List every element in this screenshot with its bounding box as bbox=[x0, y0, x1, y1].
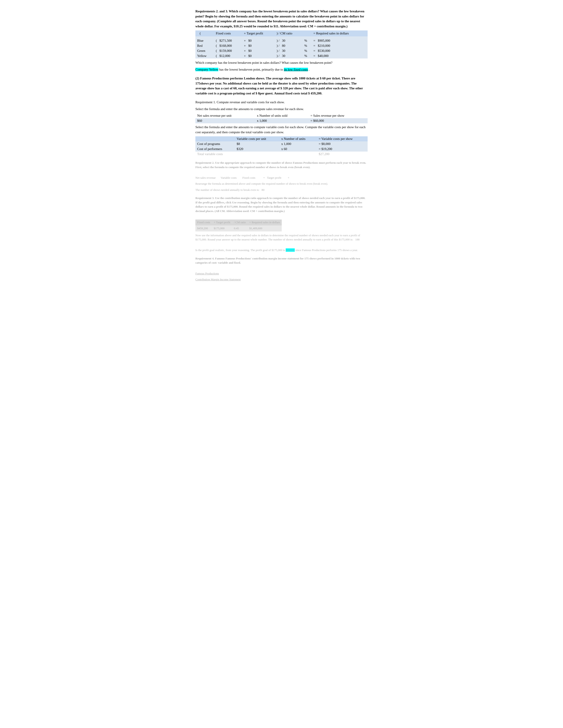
company-yellow-highlight: Company Yellow bbox=[195, 68, 218, 71]
header-fixed-costs: Fixed costs bbox=[214, 30, 242, 36]
company-paren-fixed: ( $271,500 bbox=[214, 38, 242, 43]
company-target: + $0 bbox=[242, 38, 275, 43]
blurred-req3-note1: Now use the information above and the re… bbox=[195, 233, 368, 242]
req1-select: Select the formula and enter the amounts… bbox=[195, 107, 368, 112]
header-spacer bbox=[303, 30, 312, 36]
company-name: Yellow bbox=[195, 53, 214, 58]
company-cm-ratio: ) / 30 bbox=[275, 53, 303, 58]
var-cost-name: Cost of performers bbox=[195, 146, 235, 152]
blurred-company-name: Famous Productions bbox=[195, 271, 368, 276]
var-unit-cost: $8 bbox=[235, 141, 279, 146]
var-total-row: Total variable costs $27,200 bbox=[195, 152, 368, 157]
blank-spacer-row bbox=[195, 36, 368, 38]
company-pct: % bbox=[303, 43, 312, 48]
company-pct: % bbox=[303, 38, 312, 43]
sales-data-col1: $60 bbox=[195, 118, 255, 123]
answer-period: . bbox=[308, 68, 310, 71]
req1-label: Requirement 1. Compute revenue and varia… bbox=[195, 100, 368, 105]
sales-header-col2: x Number of units sold bbox=[255, 113, 309, 118]
blurred-req2-section: Requirement 2. Use the appropriate appro… bbox=[195, 161, 368, 192]
answer-reason: has the lowest breakeven point, primaril… bbox=[218, 68, 284, 71]
var-header-name bbox=[195, 136, 235, 141]
var-total: = $8,000 bbox=[317, 141, 368, 146]
total-var-blank1 bbox=[235, 152, 279, 157]
company-result: = $210,000 bbox=[312, 43, 368, 48]
blurred-sales-formula: Net sales revenue Variable costs Fixed c… bbox=[195, 176, 368, 180]
var-header-row: Variable costs per unit x Number of unit… bbox=[195, 136, 368, 141]
company-result: = $905,000 bbox=[312, 38, 368, 43]
var-header-col3: = Variable costs per show bbox=[317, 136, 368, 141]
variable-costs-table: Variable costs per unit x Number of unit… bbox=[195, 136, 368, 157]
header-required-sales: = Required sales in dollars bbox=[312, 30, 368, 36]
req1-section: Requirement 1. Compute revenue and varia… bbox=[195, 100, 368, 157]
company-name: Red bbox=[195, 43, 214, 48]
company-cm-ratio: ) / 30 bbox=[275, 38, 303, 43]
blurred-profit-goal: Is the profit goal realistic, from your … bbox=[195, 248, 368, 252]
low-fixed-costs-highlight: its low fixed costs bbox=[284, 68, 308, 71]
answer-line: Company Yellow has the lowest breakeven … bbox=[195, 67, 368, 72]
var-cost-name: Cost of programs bbox=[195, 141, 235, 146]
blurred-rearrange-note: Rearrange the formula as determined abov… bbox=[195, 182, 368, 186]
company-target: + $0 bbox=[242, 53, 275, 58]
header-target-profit: + Target profit bbox=[242, 30, 275, 36]
company-pct: % bbox=[303, 53, 312, 58]
blurred-req4-section: Requirement 4. Famous Famous Productions… bbox=[195, 256, 368, 282]
company-paren-fixed: ( $168,000 bbox=[214, 43, 242, 48]
var-header-col2: x Number of units bbox=[279, 136, 317, 141]
req23-intro: Requirements 2. and 3. Which company has… bbox=[195, 9, 368, 29]
q2-header-bold: (2) Famous Productions performs London s… bbox=[195, 77, 363, 95]
company-cm-ratio: ) / 80 bbox=[275, 43, 303, 48]
var-unit-cost: $320 bbox=[235, 146, 279, 152]
company-row-red: Red ( $168,000 + $0 ) / 80 % = $210,000 bbox=[195, 43, 368, 48]
var-cost-row: Cost of performers $320 x 60 = $19,200 bbox=[195, 146, 368, 152]
total-var-label: Total variable costs bbox=[195, 152, 235, 157]
company-paren-fixed: ( $159,000 bbox=[214, 48, 242, 53]
header-cm-ratio: ) / CM ratio bbox=[275, 30, 303, 36]
company-target: + $0 bbox=[242, 48, 275, 53]
blurred-req4-label: Requirement 4. Famous Famous Productions… bbox=[195, 256, 368, 265]
req23-section: Requirements 2. and 3. Which company has… bbox=[195, 9, 368, 72]
company-name: Blue bbox=[195, 38, 214, 43]
sales-header-col3: = Sales revenue per show bbox=[309, 113, 368, 118]
company-paren-fixed: ( $12,000 bbox=[214, 53, 242, 58]
blurred-req3-label: Requirement 3. Use the contribution marg… bbox=[195, 196, 368, 213]
var-costs-intro: Select the formula and enter the amounts… bbox=[195, 125, 368, 135]
company-row-green: Green ( $159,000 + $0 ) / 30 % = $530,00… bbox=[195, 48, 368, 53]
which-company-question: Which company has the lowest breakeven p… bbox=[195, 60, 368, 65]
q2-section: (2) Famous Productions performs London s… bbox=[195, 76, 368, 96]
blurred-cm-label: Contribution Margin Income Statement bbox=[195, 277, 368, 282]
q2-header: (2) Famous Productions performs London s… bbox=[195, 76, 368, 96]
var-total: = $19,200 bbox=[317, 146, 368, 152]
company-result: = $40,000 bbox=[312, 53, 368, 58]
blurred-req2-label: Requirement 2. Use the appropriate appro… bbox=[195, 161, 368, 169]
sales-header-row: Net sales revenue per unit x Number of u… bbox=[195, 113, 368, 118]
company-pct: % bbox=[303, 48, 312, 53]
var-units: x 60 bbox=[279, 146, 317, 152]
company-name: Green bbox=[195, 48, 214, 53]
blurred-shows-note: The number of shows needed annually to b… bbox=[195, 188, 368, 192]
sales-data-row: $60 x 1,000 = $60,000 bbox=[195, 118, 368, 123]
sales-header-col1: Net sales revenue per unit bbox=[195, 113, 255, 118]
var-cost-row: Cost of programs $8 x 1,000 = $8,000 bbox=[195, 141, 368, 146]
sales-data-col2: x 1,000 bbox=[255, 118, 309, 123]
company-result: = $530,000 bbox=[312, 48, 368, 53]
blurred-req3-data: $459,200 $175,000 0.45 $1,409,600 bbox=[195, 225, 282, 231]
var-header-col1: Variable costs per unit bbox=[235, 136, 279, 141]
total-var-amount: $27,200 bbox=[317, 152, 368, 157]
sales-revenue-table: Net sales revenue per unit x Number of u… bbox=[195, 113, 368, 123]
header-paren-open: ( bbox=[195, 30, 214, 36]
company-cm-ratio: ) / 30 bbox=[275, 48, 303, 53]
company-row-yellow: Yellow ( $12,000 + $0 ) / 30 % = $40,000 bbox=[195, 53, 368, 58]
total-var-blank2 bbox=[279, 152, 317, 157]
var-units: x 1,000 bbox=[279, 141, 317, 146]
breakeven-header-row: ( Fixed costs + Target profit ) / CM rat… bbox=[195, 30, 368, 36]
blurred-req3-header: Fixed costs + Target profit / CM ratio =… bbox=[195, 220, 282, 225]
company-row-blue: Blue ( $271,500 + $0 ) / 30 % = $905,000 bbox=[195, 38, 368, 43]
sales-data-col3: = $60,000 bbox=[309, 118, 368, 123]
blurred-req3-table: Fixed costs + Target profit / CM ratio =… bbox=[195, 220, 282, 231]
req23-bold: Requirements 2. and 3. Which company has… bbox=[195, 9, 364, 28]
breakeven-table: ( Fixed costs + Target profit ) / CM rat… bbox=[195, 30, 368, 58]
company-target: + $0 bbox=[242, 43, 275, 48]
blurred-req3-section: Requirement 3. Use the contribution marg… bbox=[195, 196, 368, 252]
